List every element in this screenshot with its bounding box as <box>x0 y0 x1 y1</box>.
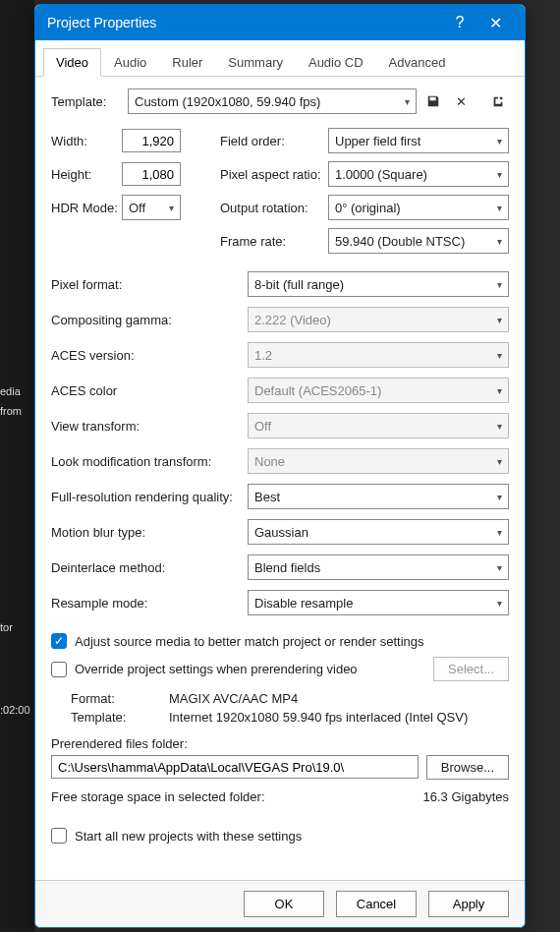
height-label: Height: <box>51 167 122 182</box>
close-button[interactable]: ✕ <box>477 5 513 40</box>
tab-strip: Video Audio Ruler Summary Audio CD Advan… <box>35 48 525 77</box>
dialog-footer: OK Cancel Apply <box>35 880 525 927</box>
chevron-down-icon: ▾ <box>497 527 502 538</box>
field-order-label: Field order: <box>220 134 328 148</box>
start-all-label: Start all new projects with these settin… <box>75 829 302 844</box>
dialog-title: Project Properties <box>47 15 442 30</box>
override-label: Override project settings when prerender… <box>75 662 358 676</box>
par-select[interactable]: 1.0000 (Square)▾ <box>328 161 509 187</box>
browse-button[interactable]: Browse... <box>426 755 509 780</box>
chevron-down-icon: ▾ <box>497 136 502 146</box>
pixfmt-select[interactable]: 8-bit (full range)▾ <box>248 271 509 297</box>
acescolor-select: Default (ACES2065-1)▾ <box>248 378 509 403</box>
rotation-select[interactable]: 0° (original)▾ <box>328 195 509 220</box>
format-value: MAGIX AVC/AAC MP4 <box>169 691 509 706</box>
ok-button[interactable]: OK <box>244 891 324 917</box>
chevron-down-icon: ▾ <box>497 385 502 396</box>
width-label: Width: <box>51 134 122 148</box>
delete-template-icon[interactable]: ✕ <box>450 90 472 112</box>
blur-select[interactable]: Gaussian▾ <box>248 519 509 545</box>
chevron-down-icon: ▾ <box>497 598 502 609</box>
tab-advanced[interactable]: Advanced <box>376 48 459 76</box>
width-input[interactable] <box>122 129 181 152</box>
chevron-down-icon: ▾ <box>497 456 502 467</box>
chevron-down-icon: ▾ <box>497 562 502 573</box>
chevron-down-icon: ▾ <box>497 169 502 180</box>
prerender-template-label: Template: <box>71 710 169 725</box>
chevron-down-icon: ▾ <box>497 236 502 247</box>
tab-audio[interactable]: Audio <box>101 48 159 76</box>
view-select: Off▾ <box>248 413 509 438</box>
hdr-select[interactable]: Off▾ <box>122 195 181 220</box>
format-label: Format: <box>71 691 169 706</box>
chevron-down-icon: ▾ <box>497 279 502 290</box>
folder-label: Prerendered files folder: <box>51 736 509 751</box>
save-template-icon[interactable] <box>422 90 444 112</box>
acescolor-label: ACES color <box>51 383 248 398</box>
tab-video[interactable]: Video <box>43 48 101 77</box>
chevron-down-icon: ▾ <box>497 203 502 213</box>
chevron-down-icon: ▾ <box>497 421 502 432</box>
select-button[interactable]: Select... <box>433 657 509 681</box>
fps-select[interactable]: 59.940 (Double NTSC)▾ <box>328 228 509 254</box>
look-label: Look modification transform: <box>51 454 248 469</box>
chevron-down-icon: ▾ <box>497 315 502 325</box>
chevron-down-icon: ▾ <box>405 96 410 107</box>
hdr-label: HDR Mode: <box>51 201 122 215</box>
titlebar: Project Properties ? ✕ <box>35 5 525 40</box>
adjust-media-checkbox[interactable]: ✓ <box>51 633 67 649</box>
rotation-label: Output rotation: <box>220 201 328 215</box>
match-media-icon[interactable] <box>487 90 509 112</box>
cancel-button[interactable]: Cancel <box>336 891 417 917</box>
resample-label: Resample mode: <box>51 596 248 611</box>
par-label: Pixel aspect ratio: <box>220 167 328 182</box>
adjust-media-label: Adjust source media to better match proj… <box>75 634 424 649</box>
apply-button[interactable]: Apply <box>428 891 509 917</box>
project-properties-dialog: Project Properties ? ✕ Video Audio Ruler… <box>34 4 526 928</box>
storage-label: Free storage space in selected folder: <box>51 789 423 804</box>
chevron-down-icon: ▾ <box>497 492 502 502</box>
deint-label: Deinterlace method: <box>51 560 248 575</box>
template-label: Template: <box>51 94 122 109</box>
pixfmt-label: Pixel format: <box>51 277 248 292</box>
quality-select[interactable]: Best▾ <box>248 484 509 509</box>
aces-label: ACES version: <box>51 348 248 363</box>
chevron-down-icon: ▾ <box>169 203 174 213</box>
template-select[interactable]: Custom (1920x1080, 59.940 fps)▾ <box>128 88 417 114</box>
quality-label: Full-resolution rendering quality: <box>51 490 248 504</box>
prerender-template-value: Internet 1920x1080 59.940 fps interlaced… <box>169 710 509 725</box>
storage-value: 16.3 Gigabytes <box>423 789 509 804</box>
deint-select[interactable]: Blend fields▾ <box>248 554 509 580</box>
blur-label: Motion blur type: <box>51 525 248 540</box>
tab-ruler[interactable]: Ruler <box>159 48 215 76</box>
folder-input[interactable] <box>51 755 419 779</box>
help-button[interactable]: ? <box>442 5 477 40</box>
chevron-down-icon: ▾ <box>497 350 502 361</box>
view-label: View transform: <box>51 419 248 434</box>
gamma-select: 2.222 (Video)▾ <box>248 307 509 332</box>
aces-select: 1.2▾ <box>248 342 509 368</box>
field-order-select[interactable]: Upper field first▾ <box>328 128 509 153</box>
tab-summary[interactable]: Summary <box>215 48 296 76</box>
tab-audio-cd[interactable]: Audio CD <box>296 48 376 76</box>
look-select: None▾ <box>248 448 509 474</box>
gamma-label: Compositing gamma: <box>51 313 248 327</box>
start-all-checkbox[interactable] <box>51 828 67 844</box>
background-app: edia from tor :02:00 <box>0 0 34 932</box>
height-input[interactable] <box>122 162 181 186</box>
fps-label: Frame rate: <box>220 234 328 249</box>
resample-select[interactable]: Disable resample▾ <box>248 590 509 615</box>
override-checkbox[interactable] <box>51 662 67 677</box>
